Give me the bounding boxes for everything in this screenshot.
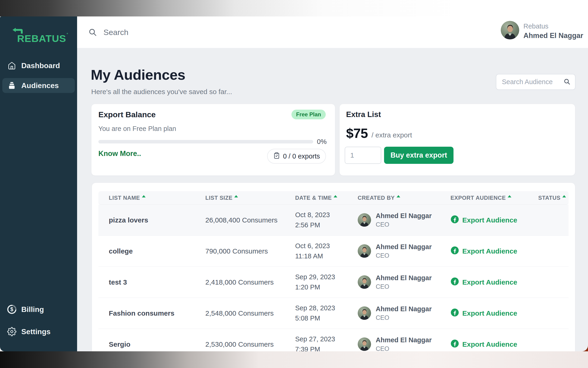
- creator-name: Ahmed El Naggar: [376, 304, 432, 313]
- main-content: My Audiences Here's all the audiences yo…: [77, 48, 588, 351]
- sort-asc-icon: [396, 195, 400, 197]
- sidebar-item-billing[interactable]: $ Billing: [2, 302, 75, 317]
- status-cell: [538, 251, 569, 251]
- export-audience-cell[interactable]: Export Audience: [450, 339, 538, 350]
- export-audience-cell[interactable]: Export Audience: [450, 308, 538, 318]
- buy-extra-export-button[interactable]: Buy extra export: [384, 147, 454, 164]
- row-avatar-slot: [358, 275, 371, 289]
- date-line1: Sep 28, 2023: [295, 303, 358, 313]
- list-size-cell: 2,530,000 Consumers: [205, 340, 295, 348]
- user-menu[interactable]: Rebatus Ahmed El Naggar: [501, 21, 583, 40]
- progress-track: [98, 140, 313, 143]
- column-header-export-audience[interactable]: EXPORT AUDIENCE: [450, 195, 538, 201]
- column-header-created-by[interactable]: CREATED BY: [358, 195, 450, 201]
- billing-dollar-icon: $: [7, 304, 17, 315]
- table-row[interactable]: pizza lovers 26,008,400 Consumers Oct 8,…: [98, 205, 569, 236]
- audience-search-input[interactable]: [502, 78, 563, 86]
- export-audience-cell[interactable]: Export Audience: [450, 246, 538, 256]
- search-icon: [88, 28, 97, 37]
- date-line2: 5:08 PM: [295, 313, 358, 323]
- user-avatar: [358, 306, 371, 320]
- table-row[interactable]: Sergio 2,530,000 Consumers Sep 27, 2023 …: [98, 329, 569, 351]
- column-header-status[interactable]: STATUS: [538, 195, 569, 201]
- export-balance-title: Export Balance: [98, 110, 156, 119]
- table-row[interactable]: test 3 2,418,000 Consumers Sep 29, 2023 …: [98, 267, 569, 298]
- list-name-cell: Fashion consumers: [109, 309, 205, 317]
- user-avatar: [358, 337, 371, 351]
- table-row[interactable]: Fashion consumers 2,548,000 Consumers Se…: [98, 298, 569, 329]
- logo-arrow-icon: [12, 28, 24, 35]
- export-audience-label: Export Audience: [462, 247, 517, 255]
- list-size-cell: 2,418,000 Consumers: [205, 278, 295, 286]
- list-name-cell: pizza lovers: [109, 216, 205, 224]
- row-avatar-slot: [358, 337, 371, 351]
- sidebar: REBATUS° Dashboard Audiences: [0, 17, 77, 351]
- logo-text: REBATUS°: [17, 32, 68, 44]
- user-avatar: [358, 244, 371, 258]
- sidebar-item-settings[interactable]: Settings: [2, 324, 75, 339]
- sidebar-item-dashboard[interactable]: Dashboard: [2, 58, 75, 73]
- topbar: Rebatus Ahmed El Naggar: [77, 17, 588, 48]
- date-line2: 2:56 PM: [295, 220, 358, 230]
- table-header-row: LIST NAME LIST SIZE DATE & TIME CREATED …: [98, 191, 569, 205]
- sort-asc-icon: [234, 195, 238, 197]
- know-more-link[interactable]: Know More..: [98, 149, 141, 158]
- sidebar-item-label: Dashboard: [21, 61, 60, 70]
- price-suffix: / extra export: [372, 131, 412, 139]
- date-cell: Sep 28, 2023 5:08 PM: [295, 303, 358, 323]
- user-avatar: [358, 213, 371, 227]
- clipboard-check-icon: [273, 152, 280, 161]
- audiences-stack-icon: [7, 81, 17, 90]
- exports-counter-label: 0 / 0 exports: [283, 153, 320, 160]
- creator-name: Ahmed El Naggar: [376, 336, 432, 345]
- list-name-cell: test 3: [109, 278, 205, 286]
- creator-role: CEO: [376, 283, 432, 291]
- created-by-cell: Ahmed El Naggar CEO: [358, 274, 450, 291]
- user-avatar: [358, 275, 371, 289]
- creator-name: Ahmed El Naggar: [376, 211, 432, 220]
- gear-icon: [7, 327, 17, 336]
- status-cell: [538, 220, 569, 220]
- top-gradient-band: [0, 0, 588, 17]
- created-by-cell: Ahmed El Naggar CEO: [358, 336, 450, 351]
- extra-list-card: Extra List $75 / extra export Buy extra …: [339, 104, 575, 176]
- export-audience-cell[interactable]: Export Audience: [450, 277, 538, 287]
- table-body: pizza lovers 26,008,400 Consumers Oct 8,…: [98, 205, 569, 351]
- facebook-icon: [450, 246, 459, 256]
- user-name: Ahmed El Naggar: [523, 31, 583, 40]
- progress-percent-label: 0%: [317, 138, 327, 146]
- extra-list-price: $75 / extra export: [346, 125, 412, 141]
- date-line2: 1:20 PM: [295, 282, 358, 293]
- brand-logo[interactable]: REBATUS°: [12, 27, 68, 48]
- date-line2: 7:39 PM: [295, 344, 358, 351]
- user-avatar: [501, 21, 519, 39]
- sidebar-item-audiences[interactable]: Audiences: [2, 78, 75, 93]
- list-size-cell: 2,548,000 Consumers: [205, 309, 295, 317]
- export-audience-cell[interactable]: Export Audience: [450, 215, 538, 225]
- table-row[interactable]: college 790,000 Consumers Oct 6, 2023 11…: [98, 236, 569, 267]
- search-icon[interactable]: [563, 78, 570, 86]
- svg-text:$: $: [10, 306, 13, 312]
- audiences-table-card: LIST NAME LIST SIZE DATE & TIME CREATED …: [92, 183, 575, 351]
- global-search-input[interactable]: [104, 23, 358, 41]
- column-header-date-time[interactable]: DATE & TIME: [295, 195, 358, 201]
- export-audience-label: Export Audience: [462, 278, 517, 286]
- creator-name: Ahmed El Naggar: [376, 274, 432, 283]
- sidebar-item-label: Settings: [21, 327, 51, 336]
- quantity-input[interactable]: [345, 147, 381, 164]
- date-line1: Oct 8, 2023: [295, 210, 358, 220]
- list-name-cell: college: [109, 247, 205, 255]
- list-size-cell: 26,008,400 Consumers: [205, 216, 295, 224]
- home-icon: [7, 61, 17, 70]
- price-value: $75: [346, 125, 368, 141]
- page-subtitle: Here's all the audiences you've saved so…: [91, 88, 232, 96]
- column-header-list-name[interactable]: LIST NAME: [109, 195, 205, 201]
- sort-asc-icon: [333, 195, 337, 197]
- list-name-cell: Sergio: [109, 340, 205, 348]
- export-audience-label: Export Audience: [462, 340, 517, 348]
- export-audience-label: Export Audience: [462, 216, 517, 224]
- status-cell: [538, 282, 569, 282]
- facebook-icon: [450, 308, 459, 318]
- column-header-list-size[interactable]: LIST SIZE: [205, 195, 295, 201]
- exports-counter-chip[interactable]: 0 / 0 exports: [267, 149, 326, 164]
